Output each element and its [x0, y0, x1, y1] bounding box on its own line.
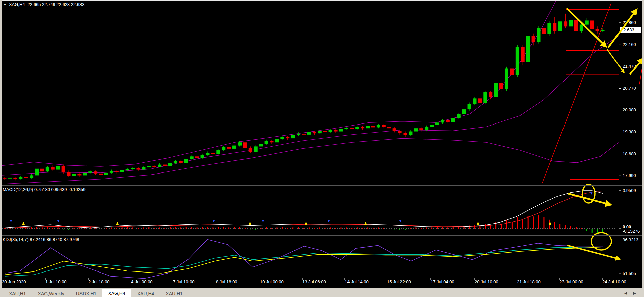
buy-signal-icon	[477, 222, 479, 225]
macd-axis-label: 0.9509	[623, 188, 636, 193]
trend-arrow	[607, 49, 624, 72]
macd-main-line	[5, 191, 603, 228]
buy-signal-icon	[116, 222, 119, 225]
chart-canvas[interactable]	[0, 0, 644, 288]
price-axis-label: 22.160	[623, 42, 636, 47]
bollinger-upper-band	[0, 0, 557, 166]
chart-tab-usdx-h1[interactable]: USDX,H1	[70, 290, 102, 297]
price-axis-label: 20.080	[623, 107, 636, 112]
price-axis-label: 22.860	[623, 20, 636, 25]
macd-panel	[2, 191, 619, 234]
buy-signal-icon	[249, 222, 251, 225]
buy-signal-icon	[305, 222, 307, 225]
time-axis-label: 2 Jul 18:00	[88, 279, 110, 284]
chart-tab-xau-h4[interactable]: XAU,H4	[131, 290, 160, 297]
buy-signal-icon	[364, 222, 367, 225]
kdj-d-line	[5, 247, 603, 275]
chart-tabs: XAU,H1XAG,WeeklyUSDX,H1XAG,H4XAU,H4XAU,H…	[3, 288, 189, 297]
time-axis-label: 1 Jul 10:00	[45, 279, 67, 284]
chart-tab-xau-h1[interactable]: XAU,H1	[3, 290, 32, 297]
time-axis-label: 21 Jul 18:00	[517, 279, 541, 284]
symbol-dropdown-icon[interactable]: ▼	[3, 3, 7, 6]
scroll-right-icon[interactable]: ▶	[633, 291, 636, 295]
chart-tab-xau-h1[interactable]: XAU,H1	[160, 290, 189, 297]
time-axis-label: 23 Jul 00:00	[559, 279, 583, 284]
buy-signal-icon	[22, 222, 25, 225]
axis-separator	[0, 278, 642, 278]
chart-tab-xag-weekly[interactable]: XAG,Weekly	[32, 290, 70, 297]
window-frame-right	[642, 0, 644, 288]
tab-scroll-nav: ◀ ▶	[624, 291, 636, 295]
panel-separator-shadow	[0, 185, 642, 186]
time-axis-label: 8 Jul 18:00	[216, 279, 237, 284]
price-axis-label: 19.380	[623, 129, 636, 134]
trend-arrow	[567, 8, 606, 46]
time-axis-label: 15 Jul 22:00	[387, 279, 411, 284]
time-axis-label: 4 Jul 00:00	[131, 279, 153, 284]
kdj-indicator-label: KDJ(35,14,7) 87.2416 86.8740 87.9768	[3, 237, 79, 242]
kdj-panel	[5, 236, 603, 279]
price-axis-label: 18.680	[623, 151, 636, 156]
bollinger-lower-band	[0, 138, 619, 184]
chart-tab-bar: XAU,H1XAG,WeeklyUSDX,H1XAG,H4XAU,H4XAU,H…	[0, 288, 644, 297]
time-axis-label: 10 Jul 00:00	[260, 279, 284, 284]
price-axis-label: 17.990	[623, 173, 636, 178]
sell-signal-icon	[327, 220, 330, 222]
symbol-title: XAG,H4	[9, 2, 25, 7]
sell-signal-icon	[262, 220, 264, 222]
macd-signal-line	[5, 192, 603, 228]
price-axis-label: 20.770	[623, 86, 636, 91]
scroll-left-icon[interactable]: ◀	[624, 291, 627, 295]
time-axis-label: 24 Jul 10:00	[602, 279, 626, 284]
time-axis-label: 17 Jul 04:00	[431, 279, 454, 284]
time-axis-label: 30 Jun 2020	[2, 279, 26, 284]
time-axis-label: 7 Jul 10:00	[173, 279, 195, 284]
ascending-trendline	[542, 3, 611, 183]
current-price-box: 22.633	[620, 27, 641, 33]
highlight-circle	[582, 184, 595, 203]
time-axis-label: 20 Jul 10:00	[475, 279, 498, 284]
kdj-k-line	[5, 247, 603, 276]
price-axis-label: 21.470	[623, 64, 636, 69]
kdj-axis-label: 51.505	[623, 271, 636, 276]
window-frame-top	[0, 0, 644, 1]
macd-indicator-label: MACD(12,26,9) 0.75180 0.85439 -0.10259	[3, 187, 85, 192]
sell-signal-icon	[590, 192, 593, 195]
trend-arrow	[568, 194, 610, 205]
sell-signal-icon	[57, 220, 60, 222]
sell-signal-icon	[212, 220, 215, 222]
buy-signal-icon	[549, 222, 551, 225]
mt4-chart-window: ▼ XAG,H4 22.665 22.749 22.628 22.633 MAC…	[0, 0, 644, 297]
symbol-quote: 22.665 22.749 22.628 22.633	[28, 2, 85, 7]
panel-separator-shadow	[0, 235, 642, 236]
window-frame-left	[0, 0, 2, 288]
time-axis-label: 14 Jul 14:00	[345, 279, 369, 284]
candles	[3, 14, 605, 180]
sell-signal-icon	[10, 220, 12, 222]
symbol-info: ▼ XAG,H4 22.665 22.749 22.628 22.633	[3, 2, 84, 7]
sell-signal-icon	[399, 220, 402, 222]
macd-axis-label: -0.15276	[623, 229, 640, 234]
trend-arrow	[567, 245, 619, 259]
main-price-panel	[0, 0, 619, 184]
chart-tab-xag-h4[interactable]: XAG,H4	[102, 289, 131, 297]
bollinger-middle-band	[0, 36, 619, 175]
time-axis-label: 13 Jul 06:00	[302, 279, 326, 284]
kdj-j-line	[5, 240, 603, 279]
kdj-axis-label: 96.3213	[623, 237, 638, 242]
